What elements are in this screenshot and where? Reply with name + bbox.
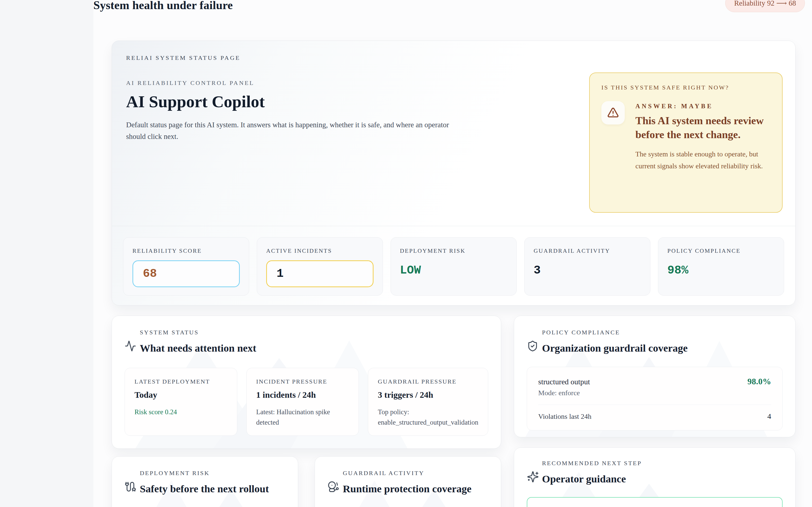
reliability-score-valuebox: 68 xyxy=(133,260,240,287)
metrics-row: RELIABILITY SCORE 68 ACTIVE INCIDENTS 1 … xyxy=(112,226,795,305)
subcard-value: 1 incidents / 24h xyxy=(256,390,349,400)
violations-count: 4 xyxy=(767,412,771,420)
top-policy-name: enable_structured_output_validation xyxy=(378,417,478,428)
section-title: Safety before the next rollout xyxy=(140,481,285,497)
metric-value: 68 xyxy=(143,267,157,280)
subcard-label: GUARDRAIL PRESSURE xyxy=(378,378,478,385)
top-policy-label: Top policy: xyxy=(378,407,478,417)
guardrail-pressure-subcard: GUARDRAIL PRESSURE 3 triggers / 24h Top … xyxy=(368,368,488,436)
metric-value: 98% xyxy=(667,264,689,277)
safety-headline: This AI system needs review before the n… xyxy=(636,114,770,142)
left-gutter xyxy=(0,0,93,507)
recommended-next-step-card: RECOMMENDED NEXT STEP Operator guidance … xyxy=(514,447,796,507)
safety-explanation: The system is stable enough to operate, … xyxy=(636,148,770,172)
metric-label: DEPLOYMENT RISK xyxy=(400,248,507,254)
metric-policy-compliance: POLICY COMPLIANCE 98% xyxy=(658,237,784,295)
metric-label: ACTIVE INCIDENTS xyxy=(266,248,373,254)
cable-icon xyxy=(124,481,136,493)
activity-pulse-icon xyxy=(124,340,136,352)
warning-badge xyxy=(601,101,625,124)
section-label: DEPLOYMENT RISK xyxy=(140,470,285,476)
metric-active-incidents: ACTIVE INCIDENTS 1 xyxy=(257,237,383,295)
safety-verdict-panel: IS THIS SYSTEM SAFE RIGHT NOW? ANSWER: M… xyxy=(589,72,782,213)
subcard-value: 3 triggers / 24h xyxy=(378,390,478,400)
metric-deployment-risk: DEPLOYMENT RISK LOW xyxy=(391,237,517,295)
metric-reliability-score: RELIABILITY SCORE 68 xyxy=(123,237,249,295)
policy-name: structured output xyxy=(538,378,590,386)
status-page-eyebrow: RELIAI SYSTEM STATUS PAGE xyxy=(126,55,781,61)
subcard-note: Top policy: enable_structured_output_val… xyxy=(378,407,478,428)
metric-label: GUARDRAIL ACTIVITY xyxy=(534,248,641,254)
shield-check-icon xyxy=(527,340,539,352)
section-title: Operator guidance xyxy=(542,471,782,487)
sparkles-icon xyxy=(527,471,539,483)
system-description: Default status page for this AI system. … xyxy=(126,119,461,143)
section-label: GUARDRAIL ACTIVITY xyxy=(343,470,488,476)
guardrail-coverage-row: structured output 98.0% Mode: enforce Vi… xyxy=(527,367,782,431)
system-status-card: SYSTEM STATUS What needs attention next … xyxy=(112,316,501,449)
section-title: What needs attention next xyxy=(140,340,488,356)
deployment-risk-card: DEPLOYMENT RISK Safety before the next r… xyxy=(112,456,298,507)
metric-value: 3 xyxy=(534,264,541,277)
latest-deployment-subcard: LATEST DEPLOYMENT Today Risk score 0.24 xyxy=(124,368,237,436)
safety-answer-label: ANSWER: MAYBE xyxy=(636,103,770,110)
hero-card: RELIAI SYSTEM STATUS PAGE AI RELIABILITY… xyxy=(112,41,796,305)
metric-guardrail-activity: GUARDRAIL ACTIVITY 3 xyxy=(524,237,650,295)
triangle-alert-icon xyxy=(607,107,619,119)
section-label: POLICY COMPLIANCE xyxy=(542,329,782,336)
policy-percent: 98.0% xyxy=(748,377,771,386)
status-page: System health under failure Reliability … xyxy=(93,0,812,507)
violations-label: Violations last 24h xyxy=(538,412,592,420)
subcard-note: Risk score 0.24 xyxy=(135,407,227,417)
safety-question-label: IS THIS SYSTEM SAFE RIGHT NOW? xyxy=(601,84,770,91)
subcard-label: INCIDENT PRESSURE xyxy=(256,378,349,385)
section-title: Organization guardrail coverage xyxy=(542,340,782,356)
active-incidents-valuebox: 1 xyxy=(266,260,373,287)
subcard-note: Latest: Hallucination spike detected xyxy=(256,407,349,428)
reliability-change-badge: Reliability 92 ⟶ 68 xyxy=(725,0,805,12)
bell-electric-icon xyxy=(327,481,339,493)
section-label: RECOMMENDED NEXT STEP xyxy=(542,460,782,467)
incident-pressure-subcard: INCIDENT PRESSURE 1 incidents / 24h Late… xyxy=(246,368,359,436)
page-title: System health under failure xyxy=(93,0,233,12)
policy-mode: Mode: enforce xyxy=(538,389,771,397)
metric-value: 1 xyxy=(276,267,284,280)
subcard-value: Today xyxy=(135,390,227,400)
policy-compliance-card: POLICY COMPLIANCE Organization guardrail… xyxy=(514,316,796,437)
metric-value: LOW xyxy=(400,264,421,277)
metric-label: POLICY COMPLIANCE xyxy=(667,248,775,254)
section-label: SYSTEM STATUS xyxy=(140,329,488,336)
subcard-label: LATEST DEPLOYMENT xyxy=(135,378,227,385)
section-title: Runtime protection coverage xyxy=(343,481,488,497)
metric-label: RELIABILITY SCORE xyxy=(133,248,240,254)
guardrail-activity-card: GUARDRAIL ACTIVITY Runtime protection co… xyxy=(315,456,501,507)
enable-validation-action[interactable]: Enable structured output validation xyxy=(527,497,782,507)
